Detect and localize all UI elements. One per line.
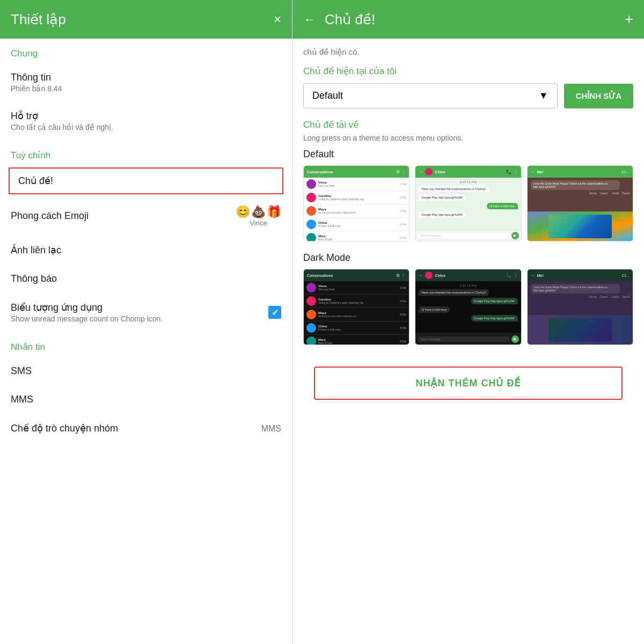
- left-content: Chung Thông tin Phiên bản 8.44 Hỗ trợ Ch…: [0, 39, 292, 644]
- menu-item-chu-de[interactable]: Chủ đề!: [9, 167, 283, 194]
- right-header-left: ← Chủ đề!: [303, 11, 375, 28]
- current-theme-row: Default ▼ CHỈNH SỬA: [303, 83, 633, 108]
- menu-item-sms[interactable]: SMS: [0, 357, 292, 385]
- menu-item-thong-bao[interactable]: Thông báo: [0, 265, 292, 293]
- emoji-smiley: 😊: [236, 205, 250, 219]
- intro-text: chủ đề hiện có.: [303, 47, 633, 57]
- right-content: chủ đề hiện có. Chủ đề hiện tại của tôi …: [292, 39, 644, 644]
- phong-cach-emoji-title: Phong cách Emoji: [11, 210, 89, 222]
- section-label-nhan-tin: Nhắn tin: [0, 332, 292, 357]
- chu-de-title: Chủ đề!: [18, 175, 274, 187]
- emoji-label: Vince: [250, 219, 267, 227]
- theme-preview-default-media[interactable]: ← Me! Cl... I love the Quick Reply Popup…: [527, 165, 633, 241]
- theme-group-dark-title: Dark Mode: [303, 252, 633, 264]
- theme-preview-default-chat[interactable]: ← Chloe 📞 ⋮ 2:15 11:44a Have you checked…: [415, 165, 521, 241]
- right-panel: ← Chủ đề! + chủ đề hiện có. Chủ đề hiện …: [292, 0, 644, 644]
- thong-bao-title: Thông báo: [11, 273, 281, 284]
- dropdown-arrow-icon: ▼: [539, 90, 548, 101]
- back-arrow-icon[interactable]: ←: [303, 12, 316, 27]
- theme-dropdown[interactable]: Default ▼: [303, 83, 558, 108]
- theme-dropdown-value: Default: [312, 90, 343, 101]
- thong-tin-subtitle: Phiên bản 8.44: [11, 84, 281, 93]
- left-header: Thiết lập ×: [0, 0, 292, 39]
- emoji-poop: 💩: [251, 205, 266, 219]
- get-more-themes-button[interactable]: NHẬN THÊM CHỦ ĐỀ: [314, 367, 623, 400]
- bieu-tuong-title: Biểu tượng ứng dụng: [11, 302, 268, 313]
- add-icon[interactable]: +: [625, 11, 633, 28]
- menu-item-bieu-tuong[interactable]: Biểu tượng ứng dụng Show unread message …: [0, 293, 292, 332]
- right-panel-title: Chủ đề!: [325, 11, 375, 28]
- theme-preview-dark-media[interactable]: ← Me! Cl... I love the Quick Reply Popup…: [527, 269, 633, 345]
- ho-tro-subtitle: Cho tất cả câu hỏi và đề nghị.: [11, 123, 281, 131]
- current-theme-label: Chủ đề hiện tại của tôi: [303, 65, 633, 77]
- section-label-tuy-chinh: Tuỳ chỉnh: [0, 140, 292, 165]
- thong-tin-title: Thông tin: [11, 72, 281, 83]
- che-do-tro-chuyen-title: Chế độ trò chuyện nhóm: [11, 422, 118, 434]
- left-panel-title: Thiết lập: [11, 11, 66, 28]
- ho-tro-title: Hỗ trợ: [11, 110, 281, 122]
- right-header: ← Chủ đề! +: [292, 0, 644, 39]
- anh-lien-lac-title: Ảnh liên lạc: [11, 244, 281, 256]
- get-more-btn-row: NHẬN THÊM CHỦ ĐỀ: [303, 356, 633, 411]
- menu-item-phong-cach-emoji[interactable]: Phong cách Emoji 😊 💩 🎁 Vince: [0, 196, 292, 236]
- long-press-hint: Long press on a theme to access menu opt…: [303, 134, 633, 142]
- downloaded-label: Chủ đề tải về: [303, 119, 633, 130]
- menu-item-mms[interactable]: MMS: [0, 385, 292, 414]
- theme-previews-default: Conversations ⚙ ⋮ VinceSee you there. 1:…: [303, 165, 633, 241]
- menu-item-anh-lien-lac[interactable]: Ảnh liên lạc: [0, 236, 292, 265]
- sms-title: SMS: [11, 365, 281, 377]
- section-label-chung: Chung: [0, 39, 292, 63]
- theme-preview-default-list[interactable]: Conversations ⚙ ⋮ VinceSee you there. 1:…: [303, 165, 409, 241]
- emoji-gift: 🎁: [267, 205, 281, 219]
- theme-preview-dark-list[interactable]: Conversations ⚙ ⋮ VinceSee you there. 1:…: [303, 269, 409, 345]
- emoji-col: 😊 💩 🎁 Vince: [236, 205, 281, 227]
- close-icon[interactable]: ×: [274, 12, 281, 27]
- menu-item-ho-tro[interactable]: Hỗ trợ Cho tất cả câu hỏi và đề nghị.: [0, 101, 292, 140]
- menu-item-thong-tin[interactable]: Thông tin Phiên bản 8.44: [0, 63, 292, 101]
- edit-button[interactable]: CHỈNH SỬA: [564, 84, 633, 108]
- bieu-tuong-subtitle: Show unread message count on Chomp icon.: [11, 314, 268, 323]
- bieu-tuong-checkbox[interactable]: [268, 306, 281, 319]
- bieu-tuong-text-col: Biểu tượng ứng dụng Show unread message …: [11, 302, 268, 323]
- menu-item-che-do-tro-chuyen[interactable]: Chế độ trò chuyện nhóm MMS: [0, 414, 292, 443]
- left-panel: Thiết lập × Chung Thông tin Phiên bản 8.…: [0, 0, 292, 644]
- theme-group-default-title: Default: [303, 149, 633, 160]
- che-do-tro-chuyen-value: MMS: [261, 424, 281, 434]
- mms-title: MMS: [11, 394, 281, 405]
- theme-previews-dark: Conversations ⚙ ⋮ VinceSee you there. 1:…: [303, 269, 633, 345]
- theme-preview-dark-chat[interactable]: ← Chloe 📞 ⋮ 2:15 11:44a Have you checked…: [415, 269, 521, 345]
- emoji-icons: 😊 💩 🎁: [236, 205, 281, 219]
